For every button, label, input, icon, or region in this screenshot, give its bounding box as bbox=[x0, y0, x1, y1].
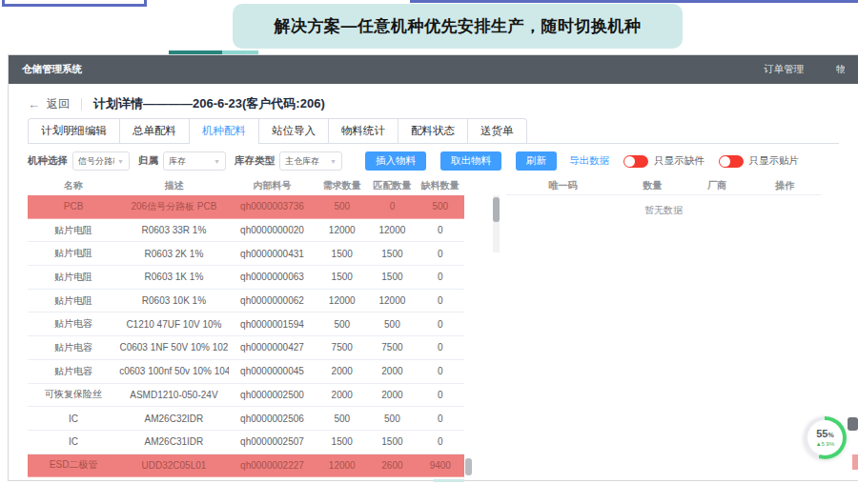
left-table-scrollbar-thumb[interactable] bbox=[465, 458, 472, 475]
col-shortage-qty: 缺料数量 bbox=[417, 179, 464, 192]
chevron-down-icon: ▼ bbox=[330, 158, 337, 165]
tab-batching-status[interactable]: 配料状态 bbox=[398, 118, 468, 143]
tab-station-import[interactable]: 站位导入 bbox=[258, 118, 329, 143]
cell-internal-code: qh0000000062 bbox=[229, 295, 317, 306]
table-row[interactable]: 贴片电容 C0603 1NF 50V 10% 102 qh0000000427 … bbox=[28, 336, 464, 360]
gauge-delta: ▲5.9% bbox=[816, 440, 834, 447]
slide-fragment-line bbox=[410, 0, 858, 3]
right-table-scrollbar-thumb[interactable] bbox=[493, 197, 500, 222]
cell-internal-code: qh0000000427 bbox=[229, 342, 317, 353]
col-demand-qty: 需求数量 bbox=[316, 179, 368, 192]
belong-select[interactable]: 库存 ▼ bbox=[163, 151, 226, 171]
table-row[interactable]: 贴片电阻 R0603 10K 1% qh0000000062 12000 120… bbox=[28, 290, 464, 313]
table-row[interactable]: 贴片电阻 R0603 1K 1% qh0000000063 1500 1500 … bbox=[28, 266, 464, 290]
tab-delivery-note[interactable]: 送货单 bbox=[467, 118, 527, 143]
col-matched-qty: 匹配数量 bbox=[368, 179, 416, 192]
stock-type-select[interactable]: 主仓库存 ▼ bbox=[279, 151, 342, 171]
cell-demand-qty: 2000 bbox=[316, 366, 368, 376]
cell-internal-code: qh0000001594 bbox=[229, 319, 317, 330]
table-row[interactable]: IC AM26C32IDR qh0000002506 500 500 0 bbox=[28, 407, 464, 431]
cell-matched-qty: 500 bbox=[368, 413, 416, 424]
cell-demand-qty: 7500 bbox=[316, 342, 368, 353]
cell-internal-code: qh0000002506 bbox=[229, 413, 317, 424]
cell-internal-code: qh0000002507 bbox=[229, 436, 317, 447]
table-row[interactable]: 可恢复保险丝 ASMD1210-050-24V qh0000002500 200… bbox=[28, 384, 464, 408]
back-button[interactable]: 返回 bbox=[47, 96, 70, 112]
cell-internal-code: qh0000002227 bbox=[229, 460, 317, 471]
belong-select-label: 归属 bbox=[138, 154, 158, 168]
cell-internal-code: qh0000000045 bbox=[229, 366, 317, 376]
cell-matched-qty: 1500 bbox=[368, 272, 416, 282]
cell-shortage-qty: 0 bbox=[417, 366, 464, 376]
tab-total-order-batching[interactable]: 总单配料 bbox=[119, 118, 190, 143]
cell-description: UDD32C05L01 bbox=[119, 460, 229, 471]
cell-internal-code: qh0000000431 bbox=[229, 249, 317, 259]
materials-table-header: 名称 描述 内部料号 需求数量 匹配数量 缺料数量 bbox=[28, 176, 464, 195]
back-arrow-icon[interactable]: ← bbox=[28, 97, 40, 111]
export-data-link[interactable]: 导出数据 bbox=[569, 154, 609, 168]
cell-name: 可恢复保险丝 bbox=[28, 388, 119, 401]
table-row[interactable]: PCB 206信号分路板 PCB qh0000003736 500 0 500 bbox=[28, 195, 464, 219]
cell-description: 206信号分路板 PCB bbox=[119, 200, 229, 213]
cell-name: IC bbox=[28, 413, 119, 424]
cell-shortage-qty: 0 bbox=[417, 436, 464, 447]
app-window: 仓储管理系统 订单管理 物 ← 返回 计划详情————206-6-23(客户代码… bbox=[8, 54, 858, 481]
gauge-value: 55 bbox=[816, 428, 827, 439]
breadcrumb: ← 返回 计划详情————206-6-23(客户代码:206) bbox=[28, 91, 839, 116]
tab-plan-detail-edit[interactable]: 计划明细编辑 bbox=[28, 118, 120, 143]
cell-shortage-qty: 0 bbox=[417, 390, 464, 400]
toggle-knob bbox=[624, 156, 635, 167]
tab-material-stats[interactable]: 物料统计 bbox=[328, 118, 398, 143]
cell-matched-qty: 0 bbox=[368, 201, 416, 212]
show-smd-only-label: 只显示贴片 bbox=[749, 154, 800, 168]
tab-bar: 计划明细编辑 总单配料 机种配料 站位导入 物料统计 配料状态 送货单 bbox=[28, 118, 839, 144]
nav-item-clipped[interactable]: 物 bbox=[836, 63, 845, 76]
slide-caption-text: 解决方案—任意机种优先安排生产，随时切换机种 bbox=[275, 15, 642, 37]
cell-name: 贴片电阻 bbox=[28, 294, 119, 308]
app-body: ← 返回 计划详情————206-6-23(客户代码:206) 计划明细编辑 总… bbox=[9, 84, 858, 477]
machine-select-value: 信号分路板 bbox=[78, 155, 114, 168]
cell-name: IC bbox=[28, 436, 119, 447]
table-row[interactable]: 贴片电容 C1210 47UF 10V 10% qh0000001594 500… bbox=[28, 312, 464, 336]
table-row[interactable]: IC AM26C31IDR qh0000002507 1500 1500 0 bbox=[28, 431, 464, 454]
tab-machine-batching[interactable]: 机种配料 bbox=[189, 118, 259, 143]
table-row[interactable]: 贴片电容 c0603 100nf 50v 10% 104 qh000000004… bbox=[28, 360, 464, 384]
slide-fragment-box bbox=[2, 0, 147, 7]
table-row[interactable]: 贴片电阻 R0603 2K 1% qh0000000431 1500 1500 … bbox=[28, 242, 464, 266]
cell-description: ASMD1210-050-24V bbox=[119, 390, 229, 400]
table-row[interactable]: ESD二极管 UDD32C05L01 qh0000002227 12000 26… bbox=[28, 454, 464, 478]
cell-internal-code: qh0000000020 bbox=[229, 225, 317, 235]
cell-matched-qty: 7500 bbox=[368, 342, 416, 353]
cell-internal-code: qh0000003736 bbox=[229, 201, 317, 212]
unique-code-table-header: 唯一码 数量 厂商 操作 bbox=[506, 176, 821, 195]
app-nav: 订单管理 物 bbox=[764, 63, 845, 76]
cell-name: 贴片电容 bbox=[28, 365, 119, 378]
cell-shortage-qty: 9400 bbox=[417, 460, 464, 471]
cell-name: 贴片电阻 bbox=[28, 224, 119, 237]
cell-name: 贴片电阻 bbox=[28, 271, 119, 284]
empty-data-text: 暂无数据 bbox=[506, 195, 821, 217]
cell-demand-qty: 12000 bbox=[316, 225, 368, 235]
cell-shortage-qty: 0 bbox=[417, 295, 464, 306]
table-row[interactable]: 贴片电阻 R0603 33R 1% qh0000000020 12000 120… bbox=[28, 219, 464, 243]
takeout-material-button[interactable]: 取出物料 bbox=[440, 151, 501, 171]
cell-demand-qty: 500 bbox=[316, 201, 368, 212]
app-title: 仓储管理系统 bbox=[22, 63, 82, 76]
nav-order-management[interactable]: 订单管理 bbox=[764, 63, 804, 76]
show-smd-only-toggle[interactable] bbox=[719, 155, 744, 168]
insert-material-button[interactable]: 插入物料 bbox=[365, 151, 426, 171]
cell-internal-code: qh0000000063 bbox=[229, 272, 317, 282]
chevron-down-icon: ▼ bbox=[117, 158, 124, 165]
cell-name: ESD二极管 bbox=[28, 458, 119, 472]
machine-select[interactable]: 信号分路板 ▼ bbox=[72, 151, 130, 171]
cell-description: C0603 1NF 50V 10% 102 bbox=[119, 342, 229, 353]
show-shortage-only-toggle[interactable] bbox=[623, 155, 648, 168]
refresh-button[interactable]: 刷新 bbox=[516, 151, 557, 171]
cell-matched-qty: 2000 bbox=[368, 390, 416, 400]
toggle-knob bbox=[720, 156, 730, 167]
cell-description: AM26C31IDR bbox=[119, 436, 229, 447]
cell-shortage-qty: 500 bbox=[417, 201, 464, 212]
page-title: 计划详情————206-6-23(客户代码:206) bbox=[93, 95, 325, 112]
stock-type-select-value: 主仓库存 bbox=[285, 155, 319, 168]
stock-type-select-label: 库存类型 bbox=[235, 154, 275, 168]
